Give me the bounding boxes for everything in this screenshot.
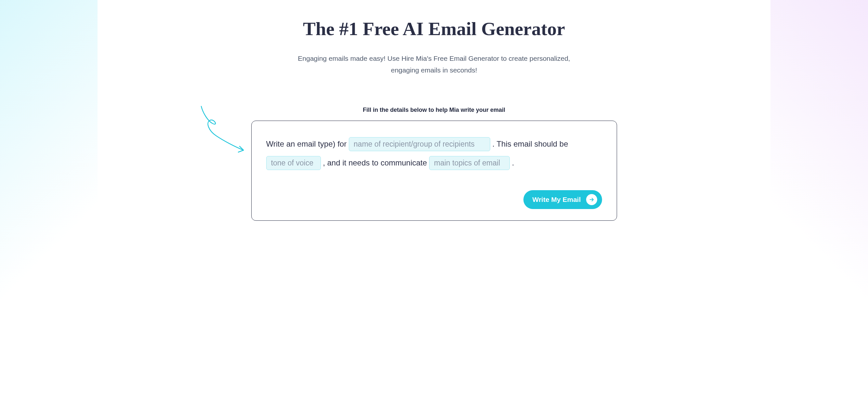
main-container: The #1 Free AI Email Generator Engaging … xyxy=(239,0,629,221)
background-gradient-right xyxy=(771,0,868,407)
write-my-email-button[interactable]: Write My Email xyxy=(523,190,602,209)
tone-input[interactable] xyxy=(266,156,321,170)
recipient-input[interactable] xyxy=(349,137,490,151)
page-subheading: Engaging emails made easy! Use Hire Mia'… xyxy=(296,53,572,76)
page-title: The #1 Free AI Email Generator xyxy=(239,18,629,40)
swirl-arrow-icon xyxy=(196,105,247,160)
button-row: Write My Email xyxy=(266,190,602,209)
background-gradient-left xyxy=(0,0,97,407)
topics-input[interactable] xyxy=(429,156,510,170)
write-button-label: Write My Email xyxy=(532,196,581,204)
form-text-part-3: , and it needs to communicate xyxy=(321,158,429,167)
form-instructions: Fill in the details below to help Mia wr… xyxy=(239,106,629,114)
form-text-part-4: . xyxy=(510,158,514,167)
form-sentence: Write an email type) for . This email sh… xyxy=(266,134,602,172)
form-text-part-2: . This email should be xyxy=(490,139,568,148)
email-form-card: Write an email type) for . This email sh… xyxy=(251,121,617,220)
arrow-right-icon xyxy=(586,194,597,205)
form-text-part-1: Write an email type) for xyxy=(266,139,349,148)
